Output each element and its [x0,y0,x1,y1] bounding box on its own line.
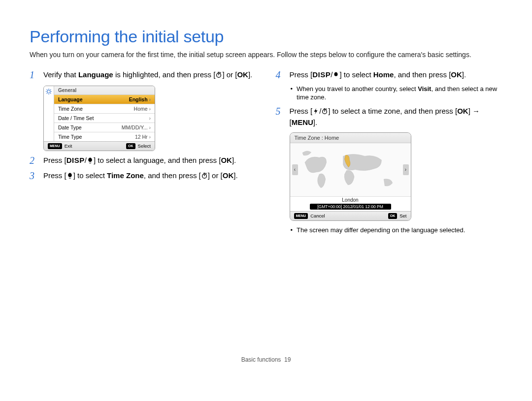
tz-gmt: [GMT+00:00] 2012/01/01 12:00 PM [310,204,391,210]
tz-arrow-right: › [403,164,409,175]
svg-line-8 [47,93,47,93]
macro-icon [66,171,73,182]
cam-row-timetype: Time Type12 Hr [54,132,155,141]
step-2: 2 Press [DISP/] to select a language, an… [30,155,259,166]
svg-line-6 [47,90,47,90]
step-3: 3 Press [] to select Time Zone, and then… [30,170,259,182]
page-footer: Basic functions 19 [0,356,532,363]
step-1: 1 Verify that Language is highlighted, a… [30,69,259,81]
svg-point-1 [47,90,50,93]
cam-row-datetype: Date TypeMM/DD/Y... [54,123,155,132]
timer-icon [215,70,222,81]
step-4-bullet: When you travel to another country, sele… [291,85,505,102]
tz-header: Time Zone : Home [290,133,411,143]
step-4: 4 Press [DISP/] to select Home, and then… [276,69,505,81]
svg-line-7 [50,93,51,93]
svg-line-9 [50,90,51,90]
world-map-icon [296,146,405,193]
macro-icon [332,70,339,81]
intro-text: When you turn on your camera for the fir… [30,50,505,60]
flash-icon [312,107,319,117]
timezone-screenshot: Time Zone : Home ‹ [290,132,411,221]
cam-foot-select: Select [126,143,151,149]
cam-foot-exit: Exit [48,143,72,149]
timer-icon [201,171,208,182]
gear-icon [44,86,54,141]
step-5: 5 Press [/] to select a time zone, and t… [276,106,505,127]
tz-foot-cancel: Cancel [294,213,325,219]
cam-menu-header: General [54,86,155,95]
timer-icon [321,107,328,117]
cam-row-language: LanguageEnglish [54,95,155,104]
tz-arrow-left: ‹ [292,164,298,175]
macro-icon [87,156,94,166]
page-title: Performing the initial setup [30,27,505,46]
cam-row-timezone: Time ZoneHome [54,104,155,114]
cam-row-datetime: Date / Time Set [54,114,155,123]
tz-city: London [290,196,411,203]
camera-menu-screenshot: General LanguageEnglish Time ZoneHome Da… [43,86,155,151]
tz-foot-set: Set [388,213,407,219]
step-5-bullet: The screen may differ depending on the l… [291,226,505,235]
